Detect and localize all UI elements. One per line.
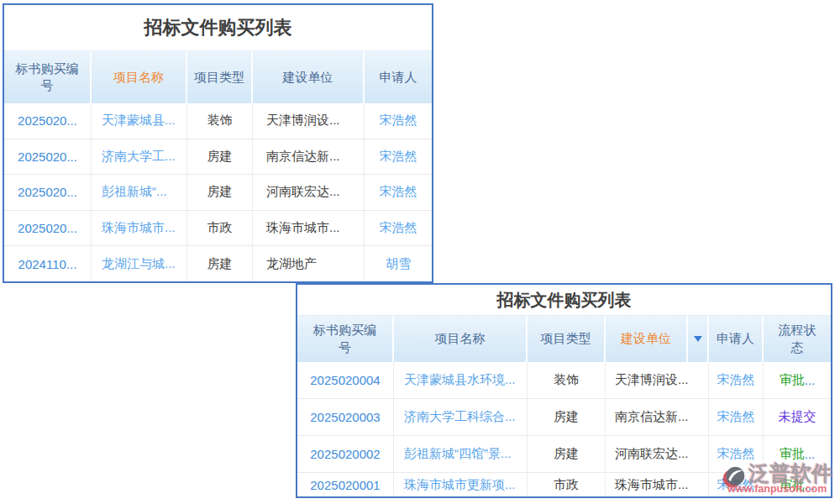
construction-unit-cell: 天津博润设...	[606, 362, 709, 398]
col-header-project-type[interactable]: 项目类型	[528, 316, 606, 362]
construction-unit-cell: 珠海市城市...	[606, 473, 709, 496]
construction-unit-cell: 南京信达新...	[606, 399, 709, 435]
status-ellipsis: ...	[805, 373, 816, 387]
project-type-cell: 房建	[187, 175, 253, 210]
table-title: 招标文件购买列表	[297, 285, 831, 316]
col-header-construction-unit[interactable]: 建设单位	[253, 51, 365, 103]
table-header-row: 标书购买编号 项目名称 项目类型 建设单位 申请人	[4, 51, 432, 103]
table-row: 2025020001 珠海市城市更新项... 市政 珠海市城市... 宋浩然 审…	[297, 472, 831, 496]
col-header-project-name[interactable]: 项目名称	[394, 316, 528, 362]
purchase-no-link[interactable]: 2025020...	[18, 185, 77, 199]
table-row: 2025020... 济南大学工... 房建 南京信达新... 宋浩然	[4, 139, 432, 175]
status-link[interactable]: 审批	[780, 372, 805, 388]
project-name-link[interactable]: 彭祖新城“四馆”景...	[404, 446, 512, 462]
project-type-cell: 装饰	[187, 103, 253, 139]
status-link[interactable]: 审批	[780, 477, 805, 493]
applicant-link[interactable]: 宋浩然	[717, 409, 755, 425]
project-type-cell: 市政	[528, 473, 606, 496]
purchase-list-table-back: 招标文件购买列表 标书购买编号 项目名称 项目类型 建设单位 申请人 流程状态 …	[296, 283, 832, 498]
project-type-cell: 房建	[187, 246, 253, 281]
construction-unit-cell: 河南联宏达...	[606, 436, 709, 472]
table-row: 2025020004 天津蒙城县水环境... 装饰 天津博润设... 宋浩然 审…	[297, 362, 831, 398]
project-name-link[interactable]: 天津蒙城县...	[102, 113, 176, 129]
applicant-link[interactable]: 宋浩然	[717, 477, 755, 493]
table-body: 2025020... 天津蒙城县... 装饰 天津博润设... 宋浩然 2025…	[4, 103, 432, 281]
project-type-cell: 装饰	[528, 362, 606, 398]
status-link[interactable]: 未提交	[779, 409, 816, 425]
construction-unit-cell: 龙湖地产	[253, 246, 365, 281]
project-name-link[interactable]: 珠海市城市...	[102, 220, 176, 236]
col-header-project-name[interactable]: 项目名称	[92, 51, 187, 103]
col-header-purchase-no[interactable]: 标书购买编号	[297, 316, 394, 362]
purchase-no-link[interactable]: 2025020...	[18, 221, 77, 235]
table-row: 2025020002 彭祖新城“四馆”景... 房建 河南联宏达... 宋浩然 …	[297, 435, 831, 472]
applicant-link[interactable]: 宋浩然	[717, 372, 755, 388]
applicant-link[interactable]: 宋浩然	[380, 113, 417, 129]
table-header-row: 标书购买编号 项目名称 项目类型 建设单位 申请人 流程状态	[297, 316, 831, 362]
purchase-no-link[interactable]: 2024110...	[18, 257, 77, 271]
status-ellipsis: ...	[805, 447, 816, 461]
col-header-applicant[interactable]: 申请人	[365, 51, 432, 103]
table-row: 2024110... 龙湖江与城... 房建 龙湖地产 胡雪	[4, 245, 432, 281]
purchase-no-link[interactable]: 2025020...	[18, 113, 77, 128]
purchase-no-link[interactable]: 2025020001	[310, 478, 380, 492]
purchase-no-link[interactable]: 2025020003	[310, 410, 380, 424]
col-header-unit-label: 建设单位	[606, 316, 686, 362]
status-link[interactable]: 审批	[780, 446, 805, 462]
table-title-text: 招标文件购买列表	[497, 289, 632, 312]
status-ellipsis: ...	[805, 478, 816, 492]
project-type-cell: 房建	[187, 139, 253, 175]
table-row: 2025020... 天津蒙城县... 装饰 天津博润设... 宋浩然	[4, 103, 432, 139]
purchase-list-table-front: 招标文件购买列表 标书购买编号 项目名称 项目类型 建设单位 申请人 20250…	[3, 3, 433, 283]
col-header-applicant[interactable]: 申请人	[709, 316, 764, 362]
applicant-link[interactable]: 胡雪	[386, 256, 411, 272]
col-header-construction-unit[interactable]: 建设单位	[606, 316, 709, 362]
table-title: 招标文件购买列表	[4, 5, 432, 51]
table-row: 2025020... 珠海市城市... 市政 珠海市城市... 宋浩然	[4, 210, 432, 246]
project-type-cell: 房建	[528, 399, 606, 435]
project-type-cell: 市政	[187, 211, 253, 246]
construction-unit-cell: 南京信达新...	[253, 139, 365, 175]
table-row: 2025020003 济南大学工科综合... 房建 南京信达新... 宋浩然 未…	[297, 398, 831, 435]
purchase-no-link[interactable]: 2025020002	[310, 447, 380, 461]
project-name-link[interactable]: 龙湖江与城...	[102, 256, 176, 272]
construction-unit-cell: 珠海市城市...	[253, 211, 365, 246]
project-name-link[interactable]: 天津蒙城县水环境...	[404, 372, 516, 388]
project-name-link[interactable]: 济南大学工科综合...	[404, 409, 516, 425]
col-header-flow-status[interactable]: 流程状态	[764, 316, 831, 362]
construction-unit-cell: 天津博润设...	[253, 103, 365, 139]
purchase-no-link[interactable]: 2025020004	[310, 373, 380, 387]
col-header-project-type[interactable]: 项目类型	[187, 51, 253, 103]
construction-unit-cell: 河南联宏达...	[253, 175, 365, 210]
project-type-cell: 房建	[528, 436, 606, 472]
table-body: 2025020004 天津蒙城县水环境... 装饰 天津博润设... 宋浩然 审…	[297, 362, 831, 496]
project-name-link[interactable]: 彭祖新城“...	[102, 184, 167, 200]
purchase-no-link[interactable]: 2025020...	[18, 150, 77, 164]
applicant-link[interactable]: 宋浩然	[380, 184, 417, 200]
project-name-link[interactable]: 珠海市城市更新项...	[404, 477, 516, 493]
table-title-text: 招标文件购买列表	[144, 15, 292, 40]
applicant-link[interactable]: 宋浩然	[380, 220, 417, 236]
applicant-link[interactable]: 宋浩然	[380, 149, 417, 165]
col-header-purchase-no[interactable]: 标书购买编号	[4, 51, 92, 103]
caret-down-icon	[694, 336, 702, 342]
project-name-link[interactable]: 济南大学工...	[102, 149, 176, 165]
table-row: 2025020... 彭祖新城“... 房建 河南联宏达... 宋浩然	[4, 174, 432, 210]
unit-filter-dropdown[interactable]	[686, 316, 707, 362]
applicant-link[interactable]: 宋浩然	[717, 446, 755, 462]
